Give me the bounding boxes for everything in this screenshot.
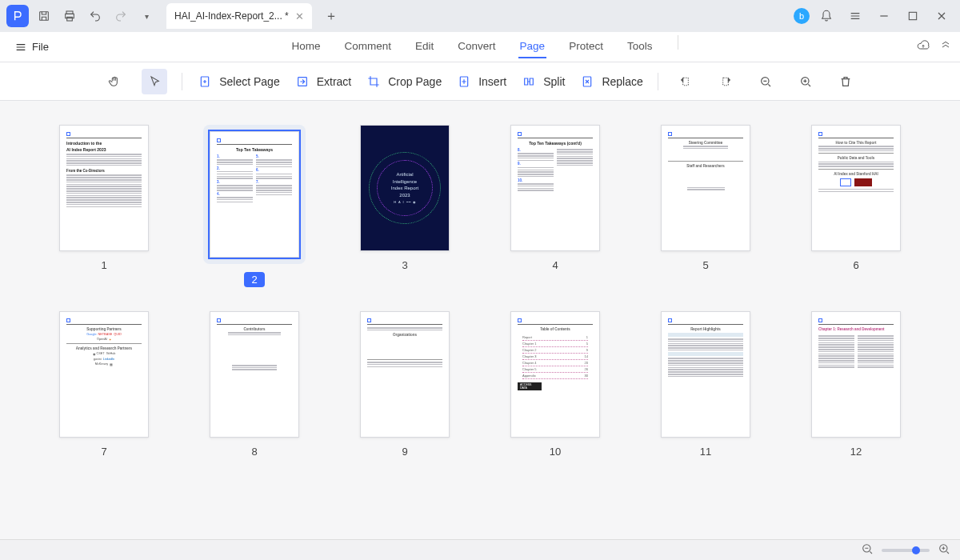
- status-bar: [0, 539, 960, 560]
- undo-icon[interactable]: [85, 6, 106, 26]
- extract-icon: [294, 74, 310, 90]
- svg-rect-9: [682, 78, 688, 85]
- menu-protect[interactable]: Protect: [567, 35, 605, 58]
- insert-button[interactable]: Insert: [456, 74, 506, 90]
- new-tab-button[interactable]: ＋: [320, 5, 342, 27]
- page-thumbnail-5[interactable]: Steering Committee Staff and Researchers…: [650, 125, 762, 287]
- page-thumbnail-3[interactable]: Artificial Intelligence Index Report 202…: [349, 125, 461, 287]
- svg-rect-0: [40, 12, 49, 21]
- menu-divider: [678, 35, 678, 50]
- rotate-right-icon[interactable]: [713, 69, 738, 94]
- extract-button[interactable]: Extract: [294, 74, 352, 90]
- status-zoom-in-icon[interactable]: [938, 542, 950, 558]
- menu-tools[interactable]: Tools: [626, 35, 654, 58]
- menu-home[interactable]: Home: [290, 35, 322, 58]
- page-thumbnail-1[interactable]: Introduction to the AI Index Report 2023…: [48, 125, 160, 287]
- split-label: Split: [543, 75, 565, 88]
- notification-bell-icon[interactable]: [814, 4, 838, 28]
- page-thumbnail-4[interactable]: Top Ten Takeaways (cont'd) 8.9.10. 4: [499, 125, 611, 287]
- window-minimize-icon[interactable]: [872, 4, 896, 28]
- page-number: 7: [101, 446, 106, 458]
- cloud-upload-icon[interactable]: [917, 39, 930, 55]
- document-tab[interactable]: HAI_AI-Index-Report_2... * ✕: [166, 3, 312, 29]
- collapse-ribbon-icon[interactable]: [939, 39, 952, 55]
- page-thumbnail-7[interactable]: Supporting Partners GoogleNETBASEQUID Op…: [48, 311, 160, 458]
- page-number: 12: [850, 446, 862, 458]
- select-page-button[interactable]: Select Page: [197, 74, 280, 90]
- menu-edit[interactable]: Edit: [414, 35, 435, 58]
- page-number: 5: [702, 259, 708, 271]
- zoom-out-icon[interactable]: [753, 69, 778, 94]
- crop-page-button[interactable]: Crop Page: [366, 74, 442, 90]
- page-toolbar: Select Page Extract Crop Page Insert Spl…: [0, 62, 960, 101]
- page-number: 4: [552, 259, 558, 271]
- status-zoom-out-icon[interactable]: [861, 542, 874, 558]
- zoom-slider-knob[interactable]: [912, 546, 920, 554]
- save-icon[interactable]: [34, 6, 54, 26]
- quick-access-more-icon[interactable]: ▾: [136, 6, 157, 26]
- zoom-slider[interactable]: [882, 549, 930, 552]
- svg-rect-4: [909, 12, 916, 19]
- file-menu-label: File: [32, 41, 49, 53]
- menu-bar: File Home Comment Edit Convert Page Prot…: [0, 32, 960, 62]
- page-thumbnail-2[interactable]: Top Ten Takeaways 1.2.3.4. 5.6.7. 2: [198, 125, 310, 287]
- menu-comment[interactable]: Comment: [343, 35, 394, 58]
- page-number-selected: 2: [244, 272, 264, 287]
- app-logo: [6, 5, 29, 27]
- select-page-label: Select Page: [219, 75, 280, 88]
- extract-label: Extract: [317, 75, 352, 88]
- page-thumbnails-area[interactable]: Introduction to the AI Index Report 2023…: [0, 101, 960, 539]
- page-number: 9: [402, 446, 407, 458]
- svg-rect-3: [67, 17, 73, 21]
- redo-icon[interactable]: [110, 6, 131, 26]
- page-number: 1: [101, 259, 106, 271]
- window-maximize-icon[interactable]: [901, 4, 925, 28]
- replace-button[interactable]: Replace: [579, 74, 642, 90]
- page-number: 10: [550, 446, 561, 458]
- user-avatar[interactable]: b: [794, 8, 810, 24]
- document-tab-label: HAI_AI-Index-Report_2... *: [174, 10, 289, 22]
- select-page-icon: [197, 74, 213, 90]
- zoom-in-icon[interactable]: [793, 69, 818, 94]
- split-button[interactable]: Split: [521, 74, 565, 90]
- insert-icon: [456, 74, 472, 90]
- page-thumbnail-9[interactable]: Organizations 9: [349, 311, 461, 458]
- print-icon[interactable]: [59, 6, 80, 26]
- page-thumbnail-6[interactable]: How to Cite This Report Public Data and …: [800, 125, 912, 287]
- pointer-tool-icon[interactable]: [142, 69, 167, 94]
- replace-label: Replace: [602, 75, 642, 88]
- page-number: 11: [700, 446, 711, 458]
- main-menu: Home Comment Edit Convert Page Protect T…: [55, 35, 917, 58]
- crop-page-label: Crop Page: [388, 75, 442, 88]
- menu-page[interactable]: Page: [518, 35, 547, 58]
- page-thumbnail-11[interactable]: Report Highlights 11: [650, 311, 762, 458]
- page-thumbnail-12[interactable]: Chapter 1: Research and Development 12: [800, 311, 912, 458]
- delete-page-icon[interactable]: [833, 69, 858, 94]
- title-bar: ▾ HAI_AI-Index-Report_2... * ✕ ＋ b: [0, 0, 960, 32]
- close-tab-icon[interactable]: ✕: [295, 10, 304, 22]
- page-number: 6: [853, 259, 858, 271]
- hand-tool-icon[interactable]: [102, 69, 127, 94]
- window-close-icon[interactable]: [930, 4, 954, 28]
- crop-icon: [366, 74, 382, 90]
- page-thumbnail-8[interactable]: Contributors 8: [198, 311, 310, 458]
- hamburger-menu-icon[interactable]: [843, 4, 867, 28]
- replace-icon: [579, 74, 595, 90]
- page-thumbnail-10[interactable]: Table of Contents Report1 Chapter 15 Cha…: [499, 311, 611, 458]
- page-number: 8: [251, 446, 257, 458]
- page-number: 3: [402, 259, 407, 271]
- insert-label: Insert: [478, 75, 506, 88]
- split-icon: [521, 74, 537, 90]
- rotate-left-icon[interactable]: [673, 69, 698, 94]
- menu-convert[interactable]: Convert: [456, 35, 497, 58]
- svg-rect-10: [722, 78, 728, 85]
- file-menu-button[interactable]: File: [8, 38, 55, 57]
